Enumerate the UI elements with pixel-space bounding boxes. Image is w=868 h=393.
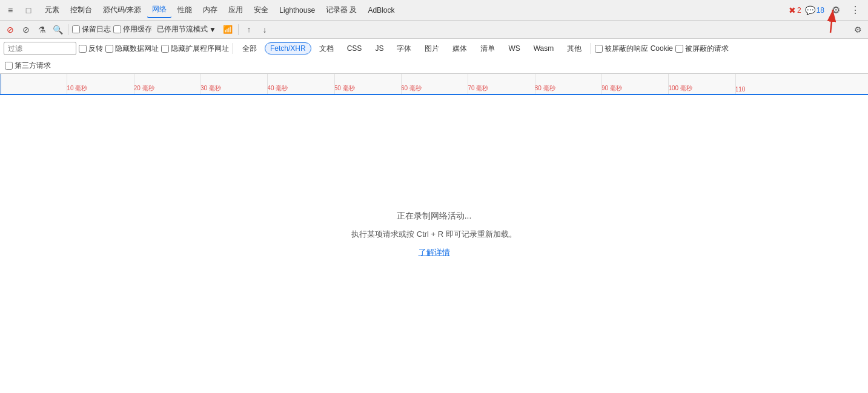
disable-cache-input[interactable] <box>113 25 121 33</box>
error-x-icon: ✖ <box>789 5 796 15</box>
stop-recording-button[interactable]: ⊘ <box>4 23 17 36</box>
third-party-checkbox[interactable]: 第三方请求 <box>5 61 51 71</box>
ruler-tick-40: 40 毫秒 <box>267 84 288 94</box>
tab-application[interactable]: 应用 <box>224 2 248 18</box>
hide-data-urls-label: 隐藏数据网址 <box>115 44 159 54</box>
disable-cache-checkbox[interactable]: 停用缓存 <box>113 24 152 35</box>
filter-chip-css[interactable]: CSS <box>342 42 368 54</box>
hide-extension-urls-input[interactable] <box>161 45 169 53</box>
invert-checkbox[interactable]: 反转 <box>79 44 103 54</box>
filter-chip-manifest[interactable]: 清单 <box>475 42 500 56</box>
hide-extension-urls-label: 隐藏扩展程序网址 <box>171 44 229 54</box>
filter-chip-font[interactable]: 字体 <box>391 42 417 56</box>
ruler-line-10 <box>67 74 67 94</box>
blocked-requests-label: 被屏蔽的请求 <box>685 44 729 54</box>
blocked-requests-input[interactable] <box>675 45 683 53</box>
invert-input[interactable] <box>79 45 87 53</box>
error-badge[interactable]: ✖ 2 <box>789 5 801 15</box>
error-count: 2 <box>797 6 801 15</box>
blocked-requests-checkbox[interactable]: 被屏蔽的请求 <box>675 44 729 54</box>
tab-adblock[interactable]: AdBlock <box>363 4 399 17</box>
tab-memory[interactable]: 内存 <box>198 2 222 18</box>
network-conditions-icon[interactable]: 📶 <box>221 23 234 36</box>
ruler-line-100 <box>668 74 669 94</box>
search-button[interactable]: 🔍 <box>51 23 64 36</box>
ruler-tick-110: 110 <box>735 86 746 94</box>
network-settings-gear-icon[interactable]: ⚙ <box>851 23 864 36</box>
third-party-input[interactable] <box>5 62 13 70</box>
import-har-button[interactable]: ↑ <box>242 23 256 36</box>
filter-bar: 反转 隐藏数据网址 隐藏扩展程序网址 全部 Fetch/XHR 文档 CSS J… <box>0 39 868 58</box>
filter-icon[interactable]: ⚗ <box>35 23 48 36</box>
ruler-tick-80: 80 毫秒 <box>535 84 555 94</box>
filter-chip-media[interactable]: 媒体 <box>447 42 472 56</box>
ruler-tick-30: 30 毫秒 <box>200 84 221 94</box>
ruler-line-30 <box>200 74 201 94</box>
timeline-ruler: 10 毫秒 20 毫秒 30 毫秒 40 毫秒 50 毫秒 60 毫秒 70 毫… <box>0 74 868 95</box>
divider-1 <box>68 24 68 35</box>
filter-chip-image[interactable]: 图片 <box>419 42 445 56</box>
hide-data-urls-input[interactable] <box>105 45 113 53</box>
ruler-line-80 <box>535 74 535 94</box>
third-party-label: 第三方请求 <box>15 61 51 71</box>
instruction-text: 执行某项请求或按 Ctrl + R 即可记录重新加载。 <box>351 229 517 240</box>
hide-extension-urls-checkbox[interactable]: 隐藏扩展程序网址 <box>161 44 229 54</box>
network-toolbar: ⊘ ⊘ ⚗ 🔍 保留日志 停用缓存 已停用节流模式 ▼ 📶 ↑ ↓ ⚙ <box>0 21 868 39</box>
ruler-tick-20: 20 毫秒 <box>134 84 154 94</box>
ruler-tick-100: 100 毫秒 <box>668 84 692 94</box>
divider-4 <box>591 43 591 54</box>
filter-chip-document[interactable]: 文档 <box>314 42 339 56</box>
filter-chip-other[interactable]: 其他 <box>562 42 587 56</box>
ruler-tick-50: 50 毫秒 <box>334 84 355 94</box>
right-controls: ✖ 2 💬 18 ⚙ ⋮ <box>789 2 863 18</box>
dock-icon[interactable]: □ <box>21 2 36 18</box>
ruler-line-110 <box>735 74 736 94</box>
export-har-button[interactable]: ↓ <box>258 23 271 36</box>
recording-status-text: 正在录制网络活动... <box>397 211 472 222</box>
filter-input[interactable] <box>4 42 76 55</box>
tab-elements[interactable]: 元素 <box>40 2 64 18</box>
blocked-cookies-label: 被屏蔽的响应 Cookie <box>605 44 673 54</box>
divider-3 <box>233 43 233 54</box>
tab-lighthouse[interactable]: Lighthouse <box>274 4 320 17</box>
left-icons: ≡ □ <box>2 2 36 18</box>
filter-chip-js[interactable]: JS <box>369 42 389 54</box>
filter-chip-ws[interactable]: WS <box>503 42 525 54</box>
tab-sources[interactable]: 源代码/来源 <box>98 2 146 18</box>
ruler-tick-90: 90 毫秒 <box>601 84 622 94</box>
message-badge[interactable]: 💬 18 <box>805 5 824 15</box>
ruler-line-70 <box>468 74 468 94</box>
invert-label: 反转 <box>88 44 103 54</box>
devtools-menu-icon[interactable]: ≡ <box>2 2 18 18</box>
blocked-cookies-checkbox[interactable]: 被屏蔽的响应 Cookie <box>595 44 673 54</box>
main-content-area: 正在录制网络活动... 执行某项请求或按 Ctrl + R 即可记录重新加载。 … <box>0 95 868 373</box>
disable-cache-label: 停用缓存 <box>123 24 152 35</box>
more-options-icon[interactable]: ⋮ <box>847 2 863 18</box>
filter-chip-fetch-xhr[interactable]: Fetch/XHR <box>265 42 311 54</box>
ruler-line-40 <box>267 74 268 94</box>
settings-gear-icon[interactable]: ⚙ <box>828 2 844 18</box>
tab-performance[interactable]: 性能 <box>173 2 197 18</box>
filter-chip-all[interactable]: 全部 <box>237 42 262 56</box>
tab-recorder[interactable]: 记录器 及 <box>321 2 362 18</box>
learn-more-link[interactable]: 了解详情 <box>419 247 450 258</box>
network-mode-label: 已停用节流模式 <box>157 24 208 35</box>
clear-button[interactable]: ⊘ <box>19 23 33 36</box>
divider-2 <box>238 24 239 35</box>
tab-console[interactable]: 控制台 <box>65 2 97 18</box>
ruler-line-60 <box>401 74 402 94</box>
tab-network[interactable]: 网络 <box>147 2 171 18</box>
message-icon: 💬 <box>805 5 815 15</box>
ruler-line-50 <box>334 74 335 94</box>
filter-chip-wasm[interactable]: Wasm <box>528 42 560 54</box>
hide-data-urls-checkbox[interactable]: 隐藏数据网址 <box>105 44 159 54</box>
top-nav-bar: ≡ □ 元素 控制台 源代码/来源 网络 性能 内存 应用 安全 Lightho… <box>0 0 868 21</box>
preserve-log-checkbox[interactable]: 保留日志 <box>72 24 111 35</box>
message-count: 18 <box>817 6 824 15</box>
ruler-line-start <box>0 74 1 94</box>
preserve-log-input[interactable] <box>72 25 80 33</box>
blocked-cookies-input[interactable] <box>595 45 603 53</box>
tab-security[interactable]: 安全 <box>249 2 273 18</box>
network-mode-selector[interactable]: 已停用节流模式 ▼ <box>154 23 219 36</box>
third-party-row: 第三方请求 <box>0 58 868 74</box>
